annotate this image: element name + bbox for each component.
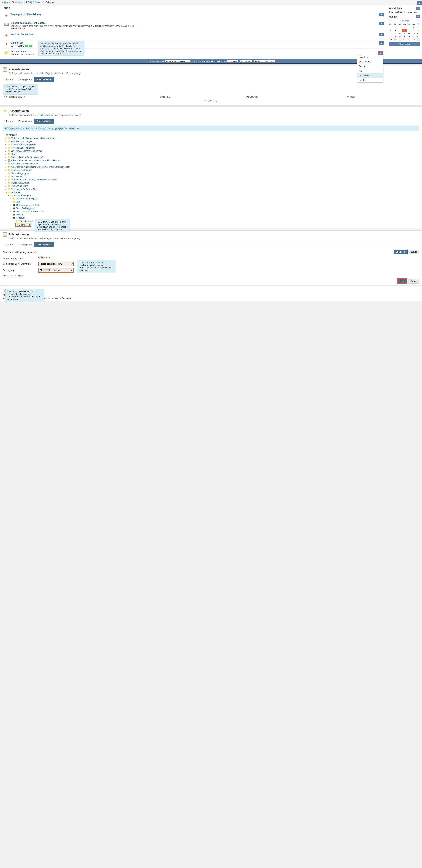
tree-node-asl[interactable]: › 📁 Abteilung Studium und Lehre	[3, 162, 419, 165]
cal-cell-25[interactable]: 25	[393, 38, 398, 41]
tree-node-pers[interactable]: › 📁 Personalabteilung	[3, 184, 419, 188]
cal-cell[interactable]	[402, 26, 407, 29]
tab-zuruck-4[interactable]: ‹ Zurück	[2, 242, 16, 247]
cal-cell-2[interactable]: 2	[416, 26, 420, 29]
tree-node-aka[interactable]: › 📁 Abteilung für Akademische und intern…	[3, 165, 419, 168]
footer-datenschutz[interactable]: Datenschutz	[240, 60, 252, 62]
cal-cell-9[interactable]: 9	[416, 29, 420, 32]
tree-node-gs[interactable]: › 📁 Geisteswissenschaftliche Sektion	[3, 149, 419, 153]
menu-item-info[interactable]: Info	[357, 69, 383, 73]
cal-cell-14[interactable]: 14	[407, 32, 411, 35]
cal-cell-13[interactable]: 13	[402, 32, 407, 35]
cal-cell-7[interactable]: 7	[407, 29, 411, 32]
cal-cell-3[interactable]: 3	[389, 29, 393, 32]
tree-node-fe[interactable]: › 📁 Forschungseinrichtungen	[3, 146, 419, 149]
cal-cell[interactable]	[398, 26, 402, 29]
back-button-form[interactable]: Zurück	[408, 279, 419, 284]
final-dropdown-btn[interactable]: ▼	[417, 1, 422, 5]
cal-cell-6-today[interactable]: 6	[402, 29, 407, 32]
cal-cell[interactable]	[393, 26, 398, 29]
tab-preconditions-2[interactable]: Preconditions	[34, 77, 54, 82]
item-title-fragenpool[interactable]: Fragenpool ILIAS Anleitung	[11, 13, 383, 16]
tab-zeitvorgaben-3[interactable]: Zeitvorgaben	[16, 119, 34, 124]
breadcrumb-item-magazin[interactable]: Magazin	[2, 1, 10, 4]
cal-cell-4[interactable]: 4	[393, 29, 398, 32]
item-dropdown-btn-fragenpool[interactable]: ▼	[379, 13, 384, 17]
cal-cell-23[interactable]: 23	[416, 35, 420, 38]
tree-node-testkurs[interactable]: 🎓 Testkurs	[3, 213, 419, 216]
breadcrumb-item-spielwiese[interactable]: ILIAS | Spielwiese	[26, 1, 43, 4]
tab-zeitvorgaben-4[interactable]: Zeitvorgaben	[16, 242, 34, 247]
cal-cell-8[interactable]: 8	[411, 29, 416, 32]
tree-node-hsg[interactable]: 📁 Hochschulgruppen	[3, 172, 419, 175]
save-button-form[interactable]: Save	[397, 279, 407, 284]
tree-node-spielwiese[interactable]: ▼ 📁 ILIAS | Spielwiese	[3, 194, 419, 197]
cal-cell-1[interactable]: 1	[411, 26, 416, 29]
bedingung-select[interactable]: Please select one item. Derive from Lear…	[38, 268, 73, 273]
cal-cell-19[interactable]: 19	[398, 35, 402, 38]
calendar-next-btn[interactable]: ›	[418, 19, 420, 22]
cal-cell-11[interactable]: 11	[393, 32, 398, 35]
cal-cell-30[interactable]: 30	[416, 38, 420, 41]
kalender-dropdown-btn[interactable]: ▼	[416, 15, 420, 19]
cal-cell-28[interactable]: 28	[407, 38, 411, 41]
tab-zeitvorgaben-2[interactable]: Zeitvorgaben	[16, 77, 34, 82]
subscribe-button[interactable]: Abonnieren	[389, 42, 420, 46]
cal-cell-21[interactable]: 21	[407, 35, 411, 38]
tab-zuruck-2[interactable]: ‹ Zurück	[2, 77, 16, 82]
tree-node-buchungstool[interactable]: › 🎓 Test | Buchungstool	[3, 207, 419, 210]
vorbedingung-zugriff-select[interactable]: Please select one item. Derive from Lear…	[38, 261, 73, 266]
tree-node-arb[interactable]: › 🌐 Arbeitssicherheit, Gesundheitsschutz…	[3, 159, 419, 162]
tree-node-mns[interactable]: › 📁 Mathematisch-Naturwissenschaftliche …	[3, 137, 419, 140]
footer-url[interactable]: https://ilias.uni-konstanz.de	[165, 60, 190, 62]
cal-cell-20[interactable]: 20	[402, 35, 407, 38]
tree-node-info-material[interactable]: › 📁 Info-Material (Beispiel)	[3, 197, 419, 200]
item-dropdown-btn-glossar[interactable]: ▼	[379, 22, 384, 25]
cal-cell-10[interactable]: 10	[389, 32, 393, 35]
item-dropdown-btn-praesentationen[interactable]: ▼	[378, 52, 383, 55]
cal-cell-27[interactable]: 27	[402, 38, 407, 41]
cal-cell-24[interactable]: 24	[389, 38, 393, 41]
tree-root-label[interactable]: Magazin	[9, 134, 17, 136]
item-title-fragenpool2[interactable]: Noch ein Fragenpool	[11, 33, 383, 35]
tree-node-spol[interactable]: › 📁 Sektion Politik - Recht - Wirtschaft	[3, 156, 419, 159]
menu-item-editcontent[interactable]: Edit Content	[357, 59, 383, 64]
col-vorbedingung[interactable]: Vorbedingung durch ↑	[3, 95, 159, 99]
tree-node-jus[interactable]: › 📁 Justitziariat	[3, 175, 419, 178]
breadcrumb-item-testbereich[interactable]: Testbereich	[12, 1, 23, 4]
online-test-highlight-box[interactable]: ✦ Online-Test	[15, 223, 31, 227]
menu-item-download[interactable]: Download	[357, 55, 383, 59]
nachrichten-dropdown-btn[interactable]: ▼	[416, 6, 420, 10]
cal-cell-16[interactable]: 16	[416, 32, 420, 35]
cal-cell-17[interactable]: 17	[389, 35, 393, 38]
tree-node-schulung[interactable]: › 📁 Schulungen für Beschäftigte	[3, 188, 419, 191]
calendar-prev-btn[interactable]: ‹	[389, 19, 391, 22]
cal-cell-5[interactable]: 5	[398, 29, 402, 32]
tab-preconditions-3[interactable]: Preconditions	[34, 119, 54, 124]
item-title-glossar[interactable]: Glossar des Online-Test Moduls	[11, 22, 383, 24]
speichern-button[interactable]: Speichern	[393, 250, 408, 254]
tree-node-lernsequenz[interactable]: › 🎓 Test | Lernsequenz + Portfolio	[3, 210, 419, 213]
tree-node-mkv[interactable]: › 📁 Meine Kursvorlagen	[3, 181, 419, 184]
tree-root[interactable]: ▼ 🏠 Magazin	[3, 133, 419, 137]
show-link[interactable]: » Anzeigen	[60, 297, 71, 299]
tree-node-test-folder[interactable]: 📁 Test	[3, 200, 419, 204]
tree-node-objekte[interactable]: › 🎓 Objekte Übung und Test	[3, 204, 419, 207]
tab-zuruck-3[interactable]: ‹ Zurück	[2, 119, 16, 124]
tree-node-ia[interactable]: › 📁 Interdisziplinäre Angebote	[3, 143, 419, 146]
tree-node-lehr[interactable]: › 📁 Lehrveranstaltungen ab Wintersemeste…	[3, 178, 419, 181]
cal-cell-18[interactable]: 18	[393, 35, 398, 38]
footer-impressum[interactable]: Impressum	[227, 60, 238, 62]
cal-cell-15[interactable]: 15	[411, 32, 416, 35]
tree-node-onlinetest-child[interactable]: ✦ Online-Test ILIAS prompts you to selec…	[3, 223, 419, 227]
item-dropdown-btn-fragenpool2[interactable]: ▼	[379, 33, 384, 36]
cal-cell-12[interactable]: 12	[398, 32, 402, 35]
tree-node-ze[interactable]: › 📁 Zentrale Einrichtungen	[3, 140, 419, 143]
cal-cell-26[interactable]: 26	[398, 38, 402, 41]
item-dropdown-btn-onlinetest[interactable]: ▼	[379, 41, 384, 45]
menu-item-settings[interactable]: Settings	[357, 64, 383, 69]
tree-node-ext[interactable]: › 📁 Externe Einrichtungen	[3, 168, 419, 172]
cal-cell[interactable]	[407, 26, 411, 29]
zuruck-button-top[interactable]: Zurück	[409, 250, 419, 254]
tree-node-hilfe[interactable]: › 📁 Hilfe	[3, 153, 419, 156]
